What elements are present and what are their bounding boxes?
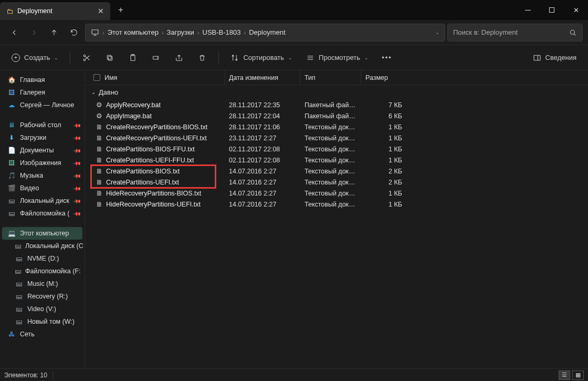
thumbnails-view-button[interactable]: ▦ (572, 370, 584, 380)
sidebar-item[interactable]: 🖴Локальный диск📌 (0, 194, 85, 207)
file-date: 14.07.2016 2:27 (225, 201, 300, 208)
file-type: Текстовый докум... (300, 168, 361, 175)
col-date[interactable]: Дата изменения (225, 70, 300, 85)
sidebar-item[interactable]: ☁Сергей — Личное (0, 99, 85, 111)
col-size[interactable]: Размер (361, 70, 406, 85)
up-button[interactable] (45, 24, 63, 42)
file-row[interactable]: 🗎CreatePartitions-UEFI.txt14.07.2016 2:2… (91, 177, 588, 188)
file-row[interactable]: ⚙ApplyRecovery.bat28.11.2017 22:35Пакетн… (91, 99, 588, 110)
breadcrumb-item[interactable]: USB-B-1803 (203, 28, 241, 36)
col-name[interactable]: Имя (89, 70, 225, 85)
sidebar-item[interactable]: 🖴Файлопомойка (📌 (0, 207, 85, 220)
sidebar-drive-item[interactable]: 🖴Music (M:) (0, 277, 85, 290)
sidebar-item[interactable]: 🖼Галерея (0, 86, 85, 99)
disk-icon: 🖴 (15, 267, 21, 275)
chevron-down-icon: ⌄ (91, 89, 96, 95)
sidebar-drive-item[interactable]: 🖴Новый том (W:) (0, 315, 85, 328)
chevron-right-icon: › (197, 29, 200, 36)
file-row[interactable]: 🗎CreatePartitions-UEFI-FFU.txt02.11.2017… (91, 155, 588, 166)
breadcrumb-item[interactable]: Загрузки (167, 28, 194, 36)
file-name: ApplyImage.bat (106, 112, 152, 120)
video-icon: 🎬 (7, 184, 16, 192)
paste-button[interactable] (123, 49, 143, 67)
forward-button[interactable] (25, 24, 43, 42)
file-row[interactable]: 🗎CreateRecoveryPartitions-UEFI.txt23.11.… (91, 132, 588, 143)
view-button[interactable]: Просмотреть ⌄ (301, 49, 374, 67)
copy-button[interactable] (100, 49, 120, 67)
copy-icon (106, 54, 114, 62)
disk-icon: 🖴 (15, 293, 23, 300)
rename-button[interactable] (146, 49, 166, 67)
titlebar: 🗀 Deployment ✕ + ✕ (0, 0, 588, 20)
pin-icon: 📌 (73, 121, 81, 129)
search-placeholder: Поиск в: Deployment (453, 28, 518, 36)
img-icon: 🖼 (7, 159, 16, 167)
delete-button[interactable] (192, 49, 212, 67)
window-tab[interactable]: 🗀 Deployment ✕ (0, 2, 110, 20)
more-button[interactable]: ••• (377, 49, 397, 67)
sidebar-item[interactable]: 🎵Музыка📌 (0, 169, 85, 182)
file-row[interactable]: 🗎CreatePartitions-BIOS-FFU.txt02.11.2017… (91, 143, 588, 155)
gap (0, 220, 85, 227)
breadcrumb-item[interactable]: Deployment (249, 28, 285, 36)
details-button[interactable]: Сведения (528, 49, 582, 67)
doc-icon: 📄 (7, 147, 16, 154)
file-row[interactable]: ⚙ApplyImage.bat28.11.2017 22:04Пакетный … (91, 110, 588, 121)
sidebar-drive-item[interactable]: 🖴Локальный диск (C (0, 240, 85, 252)
search-icon (569, 28, 577, 37)
txt-file-icon: 🗎 (96, 179, 103, 186)
maximize-button[interactable] (540, 0, 564, 20)
disk-icon: 🖴 (15, 242, 21, 250)
breadcrumb-item[interactable]: Этот компьютер (108, 28, 159, 36)
folder-icon: 🗀 (6, 7, 13, 15)
sidebar-drive-item[interactable]: 🖴NVME (D:) (0, 252, 85, 265)
sidebar-item[interactable]: ⬇Загрузки📌 (0, 131, 85, 144)
pin-icon: 📌 (73, 171, 81, 180)
file-list: ⚙ApplyRecovery.bat28.11.2017 22:35Пакетн… (85, 99, 588, 210)
chevron-down-icon[interactable]: ⌄ (435, 29, 439, 35)
cut-button[interactable] (77, 49, 97, 67)
file-type: Пакетный файл ... (300, 101, 361, 109)
refresh-button[interactable] (65, 24, 83, 42)
minimize-button[interactable] (516, 0, 540, 20)
sidebar-item[interactable]: 🖼Изображения📌 (0, 157, 85, 169)
file-row[interactable]: 🗎CreatePartitions-BIOS.txt14.07.2016 2:2… (91, 166, 588, 177)
sidebar-item[interactable]: 📄Документы📌 (0, 144, 85, 157)
sidebar-drive-item[interactable]: 🖴Recovery (R:) (0, 290, 85, 303)
create-button[interactable]: + Создать ⌄ (6, 49, 64, 67)
sidebar-item[interactable]: 🏠Главная (0, 74, 85, 86)
sidebar-item-this-pc[interactable]: 💻Этот компьютер (2, 227, 82, 240)
close-tab-icon[interactable]: ✕ (98, 7, 104, 15)
sidebar-drive-item[interactable]: 🖴Файлопомойка (F: (0, 265, 85, 277)
file-date: 28.11.2017 21:06 (225, 123, 300, 131)
select-all-checkbox[interactable] (93, 74, 100, 81)
file-date: 14.07.2016 2:27 (225, 168, 300, 175)
back-button[interactable] (5, 24, 23, 42)
status-bar: Элементов: 10 ☰ ▦ (0, 368, 588, 381)
content: Имя Дата изменения Тип Размер ⌄ Давно ⚙A… (85, 70, 588, 368)
details-view-button[interactable]: ☰ (559, 370, 570, 380)
share-button[interactable] (169, 49, 189, 67)
disk-icon: 🖴 (7, 197, 16, 204)
new-tab-button[interactable]: + (110, 0, 131, 20)
svg-rect-0 (92, 29, 98, 34)
close-window-button[interactable]: ✕ (564, 0, 588, 20)
sidebar-drive-item[interactable]: 🖴Video (V:) (0, 303, 85, 315)
search-input[interactable]: Поиск в: Deployment (447, 24, 583, 42)
sort-icon (230, 54, 239, 62)
sidebar-item-network[interactable]: 🖧Сеть (0, 328, 85, 341)
file-name: CreateRecoveryPartitions-BIOS.txt (106, 123, 207, 131)
file-row[interactable]: 🗎HideRecoveryPartitions-UEFI.txt14.07.20… (91, 199, 588, 210)
file-size: 1 КБ (361, 146, 406, 153)
sort-button[interactable]: Сортировать ⌄ (225, 49, 298, 67)
col-type[interactable]: Тип (300, 70, 361, 85)
file-size: 1 КБ (361, 123, 406, 131)
file-name: CreatePartitions-BIOS-FFU.txt (106, 146, 195, 153)
file-row[interactable]: 🗎HideRecoveryPartitions-BIOS.txt14.07.20… (91, 188, 588, 199)
file-row[interactable]: 🗎CreateRecoveryPartitions-BIOS.txt28.11.… (91, 121, 588, 132)
breadcrumb[interactable]: › Этот компьютер › Загрузки › USB-B-1803… (85, 24, 445, 42)
txt-file-icon: 🗎 (96, 168, 103, 175)
sidebar-item[interactable]: 🎬Видео📌 (0, 182, 85, 194)
sidebar-item[interactable]: 🖥Рабочий стол📌 (0, 119, 85, 131)
group-header[interactable]: ⌄ Давно (85, 85, 588, 99)
